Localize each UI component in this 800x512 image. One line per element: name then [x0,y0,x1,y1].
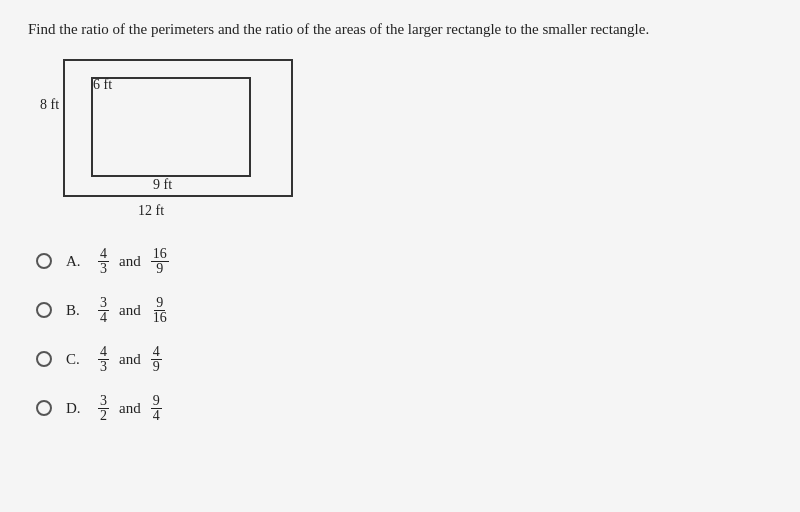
option-row-a: A. 4 3 and 16 9 [36,247,772,276]
frac-a1-num: 4 [98,247,109,262]
main-container: Find the ratio of the perimeters and the… [28,18,772,443]
and-text-c: and [119,351,141,368]
frac-a1-den: 3 [98,262,109,276]
inner-rectangle [91,77,251,177]
fraction-a1: 4 3 [98,247,109,276]
option-label-c: C. [66,351,88,368]
frac-d2-num: 9 [151,394,162,409]
label-12ft: 12 ft [138,203,164,219]
option-row-b: B. 3 4 and 9 16 [36,296,772,325]
fraction-d2: 9 4 [151,394,162,423]
and-text-d: and [119,400,141,417]
question-text: Find the ratio of the perimeters and the… [28,18,772,41]
option-label-a: A. [66,253,88,270]
frac-d2-den: 4 [151,409,162,423]
label-9ft: 9 ft [153,177,172,193]
fraction-a2: 16 9 [151,247,169,276]
label-6ft: 6 ft [93,77,112,93]
frac-b2-num: 9 [154,296,165,311]
and-text-b: and [119,302,141,319]
fraction-d1: 3 2 [98,394,109,423]
frac-b1-num: 3 [98,296,109,311]
frac-b1-den: 4 [98,311,109,325]
fraction-c1: 4 3 [98,345,109,374]
and-text-a: and [119,253,141,270]
frac-d1-num: 3 [98,394,109,409]
fraction-c2: 4 9 [151,345,162,374]
rectangles-container: 6 ft 9 ft 12 ft [63,59,303,229]
frac-c2-den: 9 [151,360,162,374]
label-8ft: 8 ft [40,97,59,113]
frac-a2-den: 9 [154,262,165,276]
diagram-area: 8 ft 6 ft 9 ft 12 ft [40,59,772,229]
radio-c[interactable] [36,351,52,367]
option-row-c: C. 4 3 and 4 9 [36,345,772,374]
frac-c1-den: 3 [98,360,109,374]
fraction-b1: 3 4 [98,296,109,325]
option-label-b: B. [66,302,88,319]
radio-a[interactable] [36,253,52,269]
option-label-d: D. [66,400,88,417]
fraction-b2: 9 16 [151,296,169,325]
radio-d[interactable] [36,400,52,416]
frac-c2-num: 4 [151,345,162,360]
frac-b2-den: 16 [151,311,169,325]
radio-b[interactable] [36,302,52,318]
frac-a2-num: 16 [151,247,169,262]
options-area: A. 4 3 and 16 9 B. 3 4 and 9 16 [36,247,772,423]
option-row-d: D. 3 2 and 9 4 [36,394,772,423]
frac-d1-den: 2 [98,409,109,423]
frac-c1-num: 4 [98,345,109,360]
